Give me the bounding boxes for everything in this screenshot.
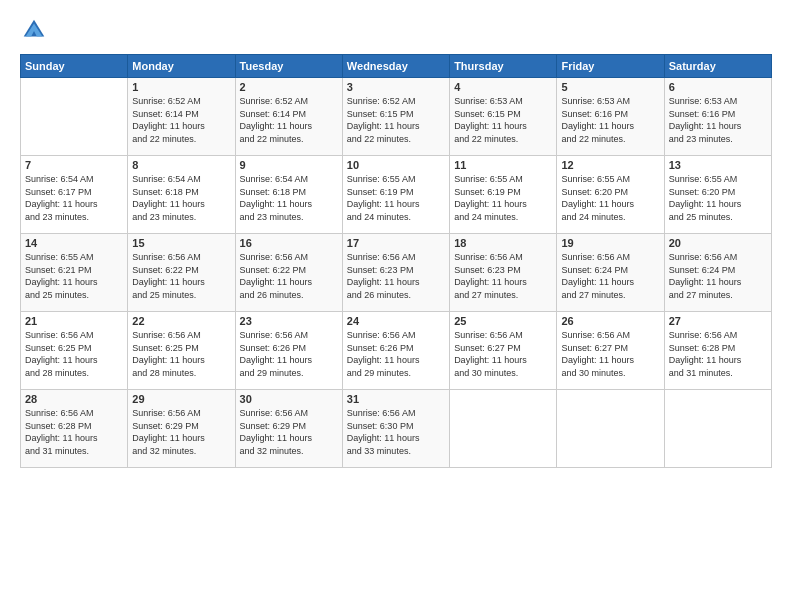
day-header-friday: Friday (557, 55, 664, 78)
calendar-cell: 8Sunrise: 6:54 AM Sunset: 6:18 PM Daylig… (128, 156, 235, 234)
day-number: 29 (132, 393, 230, 405)
day-number: 18 (454, 237, 552, 249)
calendar-cell: 1Sunrise: 6:52 AM Sunset: 6:14 PM Daylig… (128, 78, 235, 156)
cell-content: Sunrise: 6:54 AM Sunset: 6:18 PM Dayligh… (240, 173, 338, 223)
day-number: 27 (669, 315, 767, 327)
cell-content: Sunrise: 6:56 AM Sunset: 6:29 PM Dayligh… (132, 407, 230, 457)
calendar-cell: 29Sunrise: 6:56 AM Sunset: 6:29 PM Dayli… (128, 390, 235, 468)
calendar-cell: 16Sunrise: 6:56 AM Sunset: 6:22 PM Dayli… (235, 234, 342, 312)
cell-content: Sunrise: 6:54 AM Sunset: 6:18 PM Dayligh… (132, 173, 230, 223)
calendar-cell: 9Sunrise: 6:54 AM Sunset: 6:18 PM Daylig… (235, 156, 342, 234)
day-number: 14 (25, 237, 123, 249)
day-number: 19 (561, 237, 659, 249)
cell-content: Sunrise: 6:55 AM Sunset: 6:21 PM Dayligh… (25, 251, 123, 301)
cell-content: Sunrise: 6:55 AM Sunset: 6:20 PM Dayligh… (561, 173, 659, 223)
day-number: 25 (454, 315, 552, 327)
logo-icon (20, 16, 48, 44)
cell-content: Sunrise: 6:56 AM Sunset: 6:26 PM Dayligh… (347, 329, 445, 379)
calendar-cell: 22Sunrise: 6:56 AM Sunset: 6:25 PM Dayli… (128, 312, 235, 390)
day-number: 6 (669, 81, 767, 93)
cell-content: Sunrise: 6:55 AM Sunset: 6:20 PM Dayligh… (669, 173, 767, 223)
calendar-cell: 27Sunrise: 6:56 AM Sunset: 6:28 PM Dayli… (664, 312, 771, 390)
calendar-cell: 24Sunrise: 6:56 AM Sunset: 6:26 PM Dayli… (342, 312, 449, 390)
calendar-table: SundayMondayTuesdayWednesdayThursdayFrid… (20, 54, 772, 468)
day-number: 17 (347, 237, 445, 249)
page: SundayMondayTuesdayWednesdayThursdayFrid… (0, 0, 792, 612)
day-number: 26 (561, 315, 659, 327)
day-number: 16 (240, 237, 338, 249)
cell-content: Sunrise: 6:56 AM Sunset: 6:24 PM Dayligh… (669, 251, 767, 301)
calendar-cell: 11Sunrise: 6:55 AM Sunset: 6:19 PM Dayli… (450, 156, 557, 234)
calendar-cell (21, 78, 128, 156)
day-number: 20 (669, 237, 767, 249)
day-number: 24 (347, 315, 445, 327)
cell-content: Sunrise: 6:53 AM Sunset: 6:16 PM Dayligh… (669, 95, 767, 145)
calendar-week-1: 1Sunrise: 6:52 AM Sunset: 6:14 PM Daylig… (21, 78, 772, 156)
day-number: 7 (25, 159, 123, 171)
cell-content: Sunrise: 6:56 AM Sunset: 6:23 PM Dayligh… (347, 251, 445, 301)
cell-content: Sunrise: 6:56 AM Sunset: 6:24 PM Dayligh… (561, 251, 659, 301)
calendar-cell: 20Sunrise: 6:56 AM Sunset: 6:24 PM Dayli… (664, 234, 771, 312)
calendar-cell (557, 390, 664, 468)
calendar-cell: 10Sunrise: 6:55 AM Sunset: 6:19 PM Dayli… (342, 156, 449, 234)
calendar-cell: 30Sunrise: 6:56 AM Sunset: 6:29 PM Dayli… (235, 390, 342, 468)
day-number: 4 (454, 81, 552, 93)
header-row: SundayMondayTuesdayWednesdayThursdayFrid… (21, 55, 772, 78)
cell-content: Sunrise: 6:52 AM Sunset: 6:14 PM Dayligh… (132, 95, 230, 145)
calendar-cell: 23Sunrise: 6:56 AM Sunset: 6:26 PM Dayli… (235, 312, 342, 390)
day-number: 28 (25, 393, 123, 405)
cell-content: Sunrise: 6:56 AM Sunset: 6:26 PM Dayligh… (240, 329, 338, 379)
day-number: 12 (561, 159, 659, 171)
calendar-cell: 19Sunrise: 6:56 AM Sunset: 6:24 PM Dayli… (557, 234, 664, 312)
day-number: 15 (132, 237, 230, 249)
day-number: 10 (347, 159, 445, 171)
calendar-cell: 4Sunrise: 6:53 AM Sunset: 6:15 PM Daylig… (450, 78, 557, 156)
cell-content: Sunrise: 6:56 AM Sunset: 6:28 PM Dayligh… (25, 407, 123, 457)
calendar-cell: 17Sunrise: 6:56 AM Sunset: 6:23 PM Dayli… (342, 234, 449, 312)
day-number: 31 (347, 393, 445, 405)
day-number: 5 (561, 81, 659, 93)
calendar-cell (664, 390, 771, 468)
calendar-cell: 28Sunrise: 6:56 AM Sunset: 6:28 PM Dayli… (21, 390, 128, 468)
cell-content: Sunrise: 6:56 AM Sunset: 6:27 PM Dayligh… (561, 329, 659, 379)
calendar-cell: 31Sunrise: 6:56 AM Sunset: 6:30 PM Dayli… (342, 390, 449, 468)
day-number: 1 (132, 81, 230, 93)
cell-content: Sunrise: 6:56 AM Sunset: 6:25 PM Dayligh… (25, 329, 123, 379)
cell-content: Sunrise: 6:53 AM Sunset: 6:15 PM Dayligh… (454, 95, 552, 145)
day-header-tuesday: Tuesday (235, 55, 342, 78)
day-number: 2 (240, 81, 338, 93)
cell-content: Sunrise: 6:56 AM Sunset: 6:23 PM Dayligh… (454, 251, 552, 301)
day-number: 8 (132, 159, 230, 171)
cell-content: Sunrise: 6:56 AM Sunset: 6:22 PM Dayligh… (132, 251, 230, 301)
day-number: 22 (132, 315, 230, 327)
calendar-cell: 7Sunrise: 6:54 AM Sunset: 6:17 PM Daylig… (21, 156, 128, 234)
calendar-cell: 21Sunrise: 6:56 AM Sunset: 6:25 PM Dayli… (21, 312, 128, 390)
calendar-cell (450, 390, 557, 468)
cell-content: Sunrise: 6:56 AM Sunset: 6:29 PM Dayligh… (240, 407, 338, 457)
logo (20, 16, 52, 44)
day-number: 13 (669, 159, 767, 171)
day-header-sunday: Sunday (21, 55, 128, 78)
cell-content: Sunrise: 6:55 AM Sunset: 6:19 PM Dayligh… (347, 173, 445, 223)
day-header-saturday: Saturday (664, 55, 771, 78)
day-header-monday: Monday (128, 55, 235, 78)
calendar-cell: 25Sunrise: 6:56 AM Sunset: 6:27 PM Dayli… (450, 312, 557, 390)
day-header-thursday: Thursday (450, 55, 557, 78)
calendar-week-4: 21Sunrise: 6:56 AM Sunset: 6:25 PM Dayli… (21, 312, 772, 390)
calendar-cell: 12Sunrise: 6:55 AM Sunset: 6:20 PM Dayli… (557, 156, 664, 234)
cell-content: Sunrise: 6:52 AM Sunset: 6:14 PM Dayligh… (240, 95, 338, 145)
cell-content: Sunrise: 6:56 AM Sunset: 6:27 PM Dayligh… (454, 329, 552, 379)
calendar-cell: 6Sunrise: 6:53 AM Sunset: 6:16 PM Daylig… (664, 78, 771, 156)
calendar-cell: 18Sunrise: 6:56 AM Sunset: 6:23 PM Dayli… (450, 234, 557, 312)
calendar-week-2: 7Sunrise: 6:54 AM Sunset: 6:17 PM Daylig… (21, 156, 772, 234)
calendar-cell: 13Sunrise: 6:55 AM Sunset: 6:20 PM Dayli… (664, 156, 771, 234)
calendar-week-3: 14Sunrise: 6:55 AM Sunset: 6:21 PM Dayli… (21, 234, 772, 312)
cell-content: Sunrise: 6:53 AM Sunset: 6:16 PM Dayligh… (561, 95, 659, 145)
day-number: 3 (347, 81, 445, 93)
cell-content: Sunrise: 6:54 AM Sunset: 6:17 PM Dayligh… (25, 173, 123, 223)
calendar-cell: 3Sunrise: 6:52 AM Sunset: 6:15 PM Daylig… (342, 78, 449, 156)
day-number: 30 (240, 393, 338, 405)
calendar-week-5: 28Sunrise: 6:56 AM Sunset: 6:28 PM Dayli… (21, 390, 772, 468)
cell-content: Sunrise: 6:55 AM Sunset: 6:19 PM Dayligh… (454, 173, 552, 223)
calendar-cell: 26Sunrise: 6:56 AM Sunset: 6:27 PM Dayli… (557, 312, 664, 390)
